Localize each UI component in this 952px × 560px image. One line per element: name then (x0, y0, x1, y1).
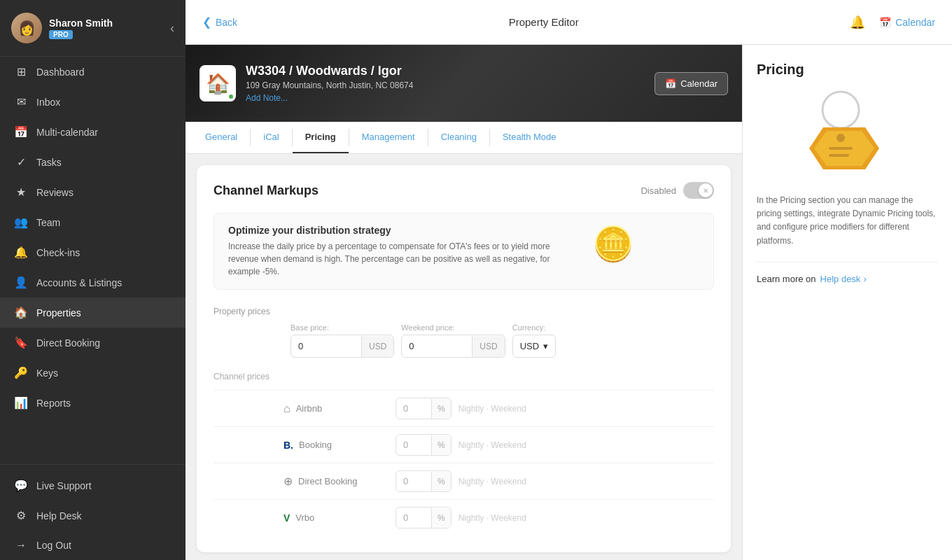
avatar: 👩 (11, 13, 42, 43)
sidebar-item-multi-calendar[interactable]: 📅 Multi-calendar (0, 117, 186, 147)
card-header: Channel Markups Disabled ✕ (214, 182, 714, 199)
user-badge: PRO (49, 30, 73, 39)
sidebar-item-label: Reviews (36, 187, 74, 198)
sidebar-item-label: Tasks (36, 157, 62, 168)
base-price-field: Base price: USD (290, 323, 394, 358)
channel-row-direct-booking: ⊕ Direct Booking % Nightly · Weekend (214, 463, 714, 499)
sidebar-item-properties[interactable]: 🏠 Properties (0, 298, 186, 328)
sidebar-nav: ⊞ Dashboard ✉ Inbox 📅 Multi-calendar ✓ T… (0, 57, 186, 418)
sidebar-item-label: Team (36, 217, 60, 228)
property-calendar-button[interactable]: 📅 Calendar (654, 72, 728, 95)
back-button[interactable]: ❮ Back (202, 15, 237, 29)
sidebar-item-label: Reports (36, 398, 71, 409)
live-support-icon: 💬 (14, 479, 28, 492)
sidebar-bottom: 💬 Live Support ⚙ Help Desk → Log Out (0, 464, 186, 560)
airbnb-pct-input[interactable] (396, 398, 431, 419)
currency-value: USD (520, 341, 539, 351)
vrbo-nightly-weekend: Nightly · Weekend (458, 513, 526, 523)
sidebar-item-label: Log Out (36, 540, 71, 551)
channel-markups-toggle[interactable]: ✕ (683, 182, 714, 199)
base-price-label: Base price: (290, 323, 394, 332)
base-price-suffix: USD (361, 336, 393, 357)
sidebar-item-dashboard[interactable]: ⊞ Dashboard (0, 57, 186, 87)
help-desk-link[interactable]: Help desk › (820, 274, 867, 284)
sidebar-item-live-support[interactable]: 💬 Live Support (0, 470, 186, 500)
info-box: Optimize your distribution strategy Incr… (214, 213, 714, 290)
svg-point-3 (836, 134, 845, 142)
weekend-price-label: Weekend price: (401, 323, 505, 332)
chevron-down-icon: ▾ (543, 341, 548, 351)
toggle-knob: ✕ (699, 183, 713, 197)
card-title: Channel Markups (214, 183, 318, 198)
booking-icon: B. (284, 440, 293, 451)
tab-pricing[interactable]: Pricing (293, 122, 349, 153)
vrbo-channel-name: V Vrbo (284, 512, 396, 524)
airbnb-label: Airbnb (296, 403, 323, 414)
sidebar-item-team[interactable]: 👥 Team (0, 207, 186, 237)
direct-booking-pct-suffix: % (431, 472, 451, 491)
sidebar-item-keys[interactable]: 🔑 Keys (0, 358, 186, 388)
svg-point-0 (822, 92, 859, 128)
weekend-price-input[interactable] (402, 335, 472, 357)
sidebar-item-help-desk[interactable]: ⚙ Help Desk (0, 500, 186, 531)
airbnb-icon: ⌂ (284, 402, 290, 415)
booking-pct-input[interactable] (396, 435, 431, 455)
direct-booking-nightly-weekend: Nightly · Weekend (458, 477, 526, 486)
currency-label: Currency: (512, 323, 556, 332)
coins-icon: 🪙 (592, 225, 634, 264)
vrbo-icon: V (284, 512, 290, 524)
sidebar-item-direct-booking[interactable]: 🔖 Direct Booking (0, 328, 186, 358)
topbar-calendar-icon: 📅 (879, 17, 891, 28)
sidebar-item-label: Check-ins (36, 247, 80, 258)
help-desk-chevron-icon: › (863, 274, 866, 284)
panel-divider (757, 262, 938, 262)
notification-icon[interactable]: 🔔 (850, 15, 865, 30)
vrbo-pct-suffix: % (431, 508, 451, 528)
info-heading: Optimize your distribution strategy (228, 225, 578, 236)
airbnb-pct-input-group: % (396, 398, 451, 419)
online-status-dot (227, 93, 234, 100)
learn-more-row: Learn more on Help desk › (757, 274, 938, 284)
property-icon-box: 🏠 (200, 65, 236, 102)
topbar-right: 🔔 📅 Calendar (850, 15, 935, 30)
channel-row-booking: B. Booking % Nightly · Weekend (214, 426, 714, 463)
tab-general[interactable]: General (192, 122, 250, 153)
reports-icon: 📊 (14, 396, 28, 410)
airbnb-pct-suffix: % (431, 399, 451, 419)
tab-management[interactable]: Management (349, 122, 428, 153)
direct-booking-pct-input[interactable] (396, 471, 431, 491)
info-description: Increase the daily price by a percentage… (228, 240, 578, 278)
sidebar-collapse-icon[interactable]: ‹ (170, 21, 174, 36)
direct-booking-icon: 🔖 (14, 336, 28, 349)
sidebar-item-inbox[interactable]: ✉ Inbox (0, 87, 186, 117)
inbox-icon: ✉ (14, 95, 28, 108)
currency-field: Currency: USD ▾ (512, 323, 556, 358)
tab-stealth-mode[interactable]: Stealth Mode (490, 122, 569, 153)
toggle-label: Disabled (640, 186, 676, 196)
tabs-bar: General iCal Pricing Management Cleaning (186, 122, 742, 154)
user-name: Sharon Smith (49, 18, 113, 29)
vrbo-pct-input[interactable] (396, 507, 431, 528)
tasks-icon: ✓ (14, 155, 28, 169)
sidebar-item-reports[interactable]: 📊 Reports (0, 388, 186, 418)
sidebar-item-log-out[interactable]: → Log Out (0, 531, 186, 560)
direct-booking-channel-icon: ⊕ (284, 475, 293, 488)
currency-select[interactable]: USD ▾ (512, 335, 556, 358)
add-note-link[interactable]: Add Note... (246, 93, 413, 103)
sidebar-item-label: Dashboard (36, 66, 85, 78)
sidebar-item-accounts-listings[interactable]: 👤 Accounts & Listings (0, 267, 186, 298)
base-price-input[interactable] (291, 335, 361, 357)
sidebar-item-tasks[interactable]: ✓ Tasks (0, 147, 186, 177)
calendar-icon: 📅 (14, 125, 28, 139)
sidebar-item-check-ins[interactable]: 🔔 Check-ins (0, 237, 186, 267)
booking-channel-name: B. Booking (284, 440, 396, 451)
tab-ical[interactable]: iCal (251, 122, 291, 153)
back-label: Back (216, 17, 237, 28)
learn-more-label: Learn more on (757, 274, 816, 284)
weekend-price-input-group: USD (401, 335, 505, 358)
sidebar-item-reviews[interactable]: ★ Reviews (0, 177, 186, 207)
vrbo-pct-input-group: % (396, 507, 451, 528)
sidebar-item-label: Keys (36, 368, 58, 379)
topbar-calendar-button[interactable]: 📅 Calendar (879, 17, 935, 28)
tab-cleaning[interactable]: Cleaning (428, 122, 489, 153)
